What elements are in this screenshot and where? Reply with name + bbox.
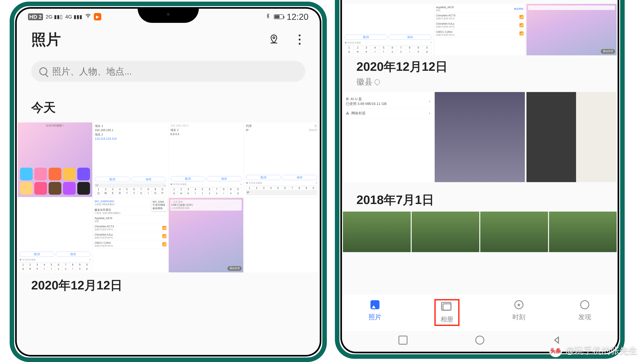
thumb-empty [244, 198, 319, 272]
phone-right-frame: 取消保存 ◆ 华为安全键盘▾ 1234567890 qwertyuiop App… [335, 0, 625, 359]
notch [138, 8, 199, 23]
watermark: 头条 @玩手机的张先生 [549, 344, 638, 357]
thumb-outdoor-1[interactable] [343, 212, 411, 252]
nav-moments[interactable]: ★ 时刻 [512, 299, 525, 326]
nav-discover[interactable]: 发现 [578, 299, 591, 326]
photo-grid-2: ⊞ AI U 盘已使用 3.89 MB/16.11 GB› 🖧 网络邻居› [342, 92, 618, 182]
thumb-ip-settings-2[interactable]: 192.168.155.1 域名 2 8.8.4.4 取消保存 ◆ 华为安全键盘… [169, 122, 243, 197]
location-pin-icon [373, 78, 381, 86]
discover-icon [579, 299, 590, 311]
thumb-usb-notif-r[interactable]: ... 通知管理 [526, 4, 617, 55]
page-header: 照片 [17, 25, 320, 51]
nav-photos[interactable]: 照片 [368, 299, 382, 326]
search-bar[interactable] [31, 61, 305, 82]
home-key[interactable] [475, 336, 484, 345]
svg-point-0 [88, 17, 88, 18]
hd-badge: HD 2 [28, 13, 43, 20]
thumb-outdoor-3[interactable] [480, 212, 548, 252]
thumb-wifi-list[interactable]: WX_SAMSUNG已连接 (网络质量好) 徽县佳音通讯已保存, 加密 (网络质… [93, 198, 168, 272]
wifi-context-menu: WX_SAM... 不保存网络 修改网络 [152, 200, 167, 211]
section-today: 今天 [17, 88, 320, 122]
thumb-btns-kbd-r[interactable]: 取消保存 ◆ 华为安全键盘▾ 1234567890 qwertyuiop [343, 4, 433, 55]
back-key[interactable] [552, 336, 561, 345]
location-icon[interactable] [268, 34, 280, 45]
thumb-proxy-settings[interactable]: 代理无 IPDHCP 取消保存 ◆ 华为安全键盘▾ 1234567890 IP [244, 122, 319, 197]
section-date-1: 2020年12月12日 [17, 272, 320, 300]
more-menu-icon[interactable] [294, 34, 305, 45]
thumb-cup-photo[interactable] [526, 92, 617, 182]
clock-text: 12:20 [287, 12, 308, 22]
thumb-usb-notif[interactable]: < 设置 删除 USB 已连接 (文件) 点击查看更多选项 通知管理 [169, 198, 243, 272]
watermark-handle: @玩手机的张先生 [565, 345, 638, 357]
thumb-storage-settings[interactable]: ⊞ AI U 盘已使用 3.89 MB/16.11 GB› 🖧 网络邻居› [343, 92, 433, 182]
watermark-logo: 头条 [549, 344, 562, 357]
albums-icon [442, 304, 451, 311]
photo-grid-3 [342, 208, 618, 252]
media-app-icon: ▶ [94, 13, 101, 20]
thumb-wifi-list-r[interactable]: AppMall_A676加密修改网络 ChinaNet-ACTX加密(可使用 W… [435, 4, 525, 55]
thumb-ip-settings-1[interactable]: 域名 1 192.168.155.1 域名 2 114.114.114.114 … [93, 122, 168, 197]
wifi-icon [85, 13, 91, 21]
section-date-2: 2020年12月12日 [342, 55, 618, 75]
battery-icon [274, 14, 284, 19]
thumb-btns-kbd[interactable]: 取消保存 ◆ 华为安全键盘▾ 1234567890 qwertyuiop [18, 198, 92, 272]
phone-left-frame: HD 2 2G ▮▮▯ 4G ▮▮▮ ▶ 12:20 照片 [10, 1, 327, 362]
page-title: 照片 [31, 29, 61, 49]
search-input[interactable] [52, 66, 297, 77]
photos-icon [370, 300, 380, 309]
section-location: 徽县 [342, 75, 618, 92]
search-icon [39, 67, 47, 75]
photo-grid: 12月14日星期一 域名 1 192.168.155.1 域名 2 114.11… [17, 122, 320, 272]
thumb-portrait-photo[interactable] [435, 92, 525, 182]
section-date-3: 2018年7月1日 [342, 182, 618, 208]
signal-2g: 2G ▮▮▯ [46, 14, 63, 20]
nav-albums[interactable]: 相册 [434, 299, 460, 326]
moments-icon: ★ [514, 300, 524, 309]
bluetooth-icon [265, 12, 271, 21]
signal-4g: 4G ▮▮▮ [65, 14, 82, 20]
svg-point-1 [273, 37, 275, 39]
thumb-outdoor-2[interactable] [412, 212, 480, 252]
thumb-outdoor-4[interactable] [549, 212, 617, 252]
bottom-nav: 照片 相册 ★ 时刻 发现 [342, 294, 618, 331]
thumb-homescreen[interactable]: 12月14日星期一 [18, 122, 92, 197]
phone-left-screen: HD 2 2G ▮▮▯ 4G ▮▮▮ ▶ 12:20 照片 [15, 7, 321, 357]
phone-right-screen: 取消保存 ◆ 华为安全键盘▾ 1234567890 qwertyuiop App… [340, 0, 619, 353]
photo-grid-top: 取消保存 ◆ 华为安全键盘▾ 1234567890 qwertyuiop App… [342, 4, 618, 55]
recent-apps-key[interactable] [398, 336, 408, 345]
